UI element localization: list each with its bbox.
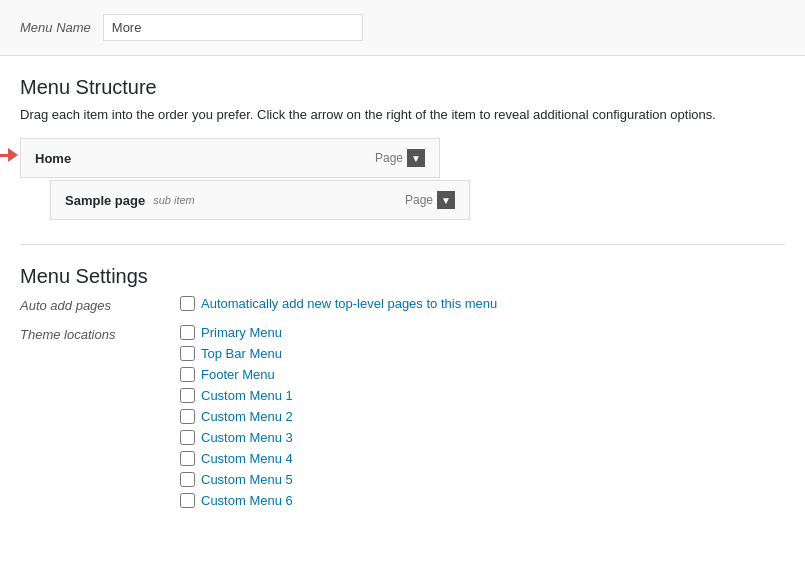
- theme-location-row: Custom Menu 4: [180, 451, 293, 466]
- menu-structure-title: Menu Structure: [20, 76, 785, 99]
- theme-location-row: Footer Menu: [180, 367, 293, 382]
- menu-item-sample-page-left: Sample page sub item: [65, 193, 195, 208]
- menu-settings-title: Menu Settings: [20, 265, 785, 288]
- menu-item-sample-page-right: Page ▼: [405, 191, 455, 209]
- theme-location-row: Custom Menu 3: [180, 430, 293, 445]
- red-arrow-indicator: [0, 148, 18, 162]
- theme-location-checkbox-custom-menu-4[interactable]: [180, 451, 195, 466]
- theme-location-label-primary-menu[interactable]: Primary Menu: [201, 325, 282, 340]
- menu-name-input[interactable]: [103, 14, 363, 41]
- theme-location-row: Custom Menu 2: [180, 409, 293, 424]
- theme-location-row: Custom Menu 6: [180, 493, 293, 508]
- theme-location-checkbox-custom-menu-5[interactable]: [180, 472, 195, 487]
- theme-location-checkbox-top-bar-menu[interactable]: [180, 346, 195, 361]
- theme-location-label-custom-menu-2[interactable]: Custom Menu 2: [201, 409, 293, 424]
- red-arrow-line: [0, 154, 8, 157]
- menu-item-sample-page-title: Sample page: [65, 193, 145, 208]
- sub-item-wrapper: Sample page sub item Page ▼: [20, 180, 785, 220]
- theme-location-checkbox-footer-menu[interactable]: [180, 367, 195, 382]
- menu-name-label: Menu Name: [20, 20, 91, 35]
- theme-location-label-custom-menu-3[interactable]: Custom Menu 3: [201, 430, 293, 445]
- menu-item-home-page-label: Page: [375, 151, 403, 165]
- theme-location-label-top-bar-menu[interactable]: Top Bar Menu: [201, 346, 282, 361]
- section-divider: [20, 244, 785, 245]
- theme-locations-row: Theme locations Primary MenuTop Bar Menu…: [20, 325, 785, 508]
- menu-item-sample-page-badge: sub item: [153, 194, 195, 206]
- theme-location-label-custom-menu-5[interactable]: Custom Menu 5: [201, 472, 293, 487]
- auto-add-pages-checkbox[interactable]: [180, 296, 195, 311]
- content-area: Menu Structure Drag each item into the o…: [0, 56, 805, 548]
- theme-location-checkbox-primary-menu[interactable]: [180, 325, 195, 340]
- theme-location-row: Primary Menu: [180, 325, 293, 340]
- menu-items-container: Home Page ▼ Sampl: [20, 138, 785, 220]
- menu-item-sample-page-arrow[interactable]: ▼: [437, 191, 455, 209]
- theme-location-row: Top Bar Menu: [180, 346, 293, 361]
- menu-item-home-left: Home: [35, 151, 71, 166]
- menu-item-home-arrow[interactable]: ▼: [407, 149, 425, 167]
- theme-location-label-footer-menu[interactable]: Footer Menu: [201, 367, 275, 382]
- theme-location-checkbox-custom-menu-2[interactable]: [180, 409, 195, 424]
- menu-item-home[interactable]: Home Page ▼: [20, 138, 440, 178]
- theme-location-checkbox-custom-menu-6[interactable]: [180, 493, 195, 508]
- menu-structure-description: Drag each item into the order you prefer…: [20, 107, 785, 122]
- auto-add-pages-checkbox-label[interactable]: Automatically add new top-level pages to…: [201, 296, 497, 311]
- auto-add-pages-row: Auto add pages Automatically add new top…: [20, 296, 785, 313]
- menu-name-bar: Menu Name: [0, 0, 805, 56]
- menu-item-home-right: Page ▼: [375, 149, 425, 167]
- red-arrow-head: [8, 148, 18, 162]
- theme-location-checkbox-custom-menu-3[interactable]: [180, 430, 195, 445]
- theme-location-row: Custom Menu 1: [180, 388, 293, 403]
- settings-table: Auto add pages Automatically add new top…: [20, 296, 785, 508]
- theme-location-label-custom-menu-6[interactable]: Custom Menu 6: [201, 493, 293, 508]
- auto-add-pages-checkbox-row: Automatically add new top-level pages to…: [180, 296, 497, 311]
- theme-location-row: Custom Menu 5: [180, 472, 293, 487]
- menu-structure-section: Menu Structure Drag each item into the o…: [20, 76, 785, 220]
- menu-settings-section: Menu Settings Auto add pages Automatical…: [20, 265, 785, 528]
- theme-locations-label: Theme locations: [20, 325, 160, 342]
- menu-item-sample-page-label: Page: [405, 193, 433, 207]
- theme-location-label-custom-menu-1[interactable]: Custom Menu 1: [201, 388, 293, 403]
- theme-location-checkbox-custom-menu-1[interactable]: [180, 388, 195, 403]
- theme-locations-content: Primary MenuTop Bar MenuFooter MenuCusto…: [180, 325, 293, 508]
- auto-add-pages-content: Automatically add new top-level pages to…: [180, 296, 497, 311]
- page-wrapper: Menu Name Menu Structure Drag each item …: [0, 0, 805, 588]
- theme-location-label-custom-menu-4[interactable]: Custom Menu 4: [201, 451, 293, 466]
- menu-item-home-title: Home: [35, 151, 71, 166]
- menu-item-sample-page[interactable]: Sample page sub item Page ▼: [50, 180, 470, 220]
- auto-add-pages-label: Auto add pages: [20, 296, 160, 313]
